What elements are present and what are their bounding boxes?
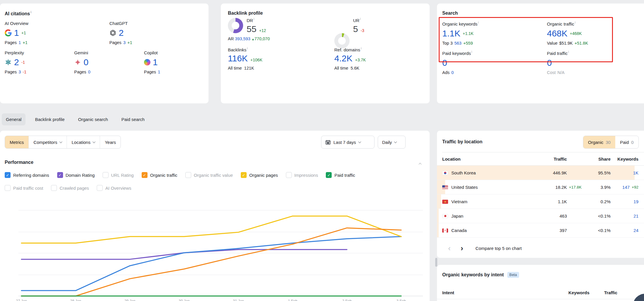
checkbox-url-rating[interactable]: URL Rating [103,172,134,178]
tab-paid-search[interactable]: Paid search [117,113,149,125]
checkbox-referring-domains[interactable]: ✓Referring domains [5,172,49,178]
keywords-cell: 147+92 [622,180,638,194]
granularity-button[interactable]: Daily [378,136,406,149]
checkbox-organic-traffic-value[interactable]: Organic traffic value [185,172,233,178]
tab-backlink-profile[interactable]: Backlink profile [31,113,69,125]
pages-label: Pages [109,40,121,45]
locations-filter-button[interactable]: Locations [67,136,100,148]
tab-organic-search[interactable]: Organic search [74,113,112,125]
pages-value[interactable]: 3 [123,40,126,45]
engine-change: -1 [21,60,25,65]
info-icon: i [361,47,361,50]
ref-domains-value[interactable]: 4.2K [334,54,352,63]
pages-value[interactable]: 1 [158,70,160,74]
checkbox-paid-traffic[interactable]: ✓Paid traffic [326,172,355,178]
engine-label: Perplexity [5,50,69,55]
toggle-organic[interactable]: Organic30 [583,136,615,148]
checked-checkbox-icon[interactable]: ✓ [5,172,11,178]
info-icon: i [254,17,254,21]
compare-top5-link[interactable]: Compare top 5 on chart [475,246,522,251]
engine-value: 2 [119,28,124,37]
x-axis-label: 2 Feb [342,299,352,301]
checked-checkbox-icon[interactable]: ✓ [57,172,63,178]
unchecked-checkbox-icon[interactable] [286,172,292,178]
checkbox-organic-traffic[interactable]: ✓Organic traffic [142,172,177,178]
ar-value[interactable]: 393,593 [235,36,250,41]
column-location[interactable]: Location [442,152,461,165]
pages-value[interactable]: 0 [88,70,90,74]
pages-label: Pages [5,40,17,45]
checkbox-label: Organic traffic [150,173,177,178]
column-intent[interactable]: Intent [442,286,454,299]
location-row-canada[interactable]: ✦Canada397<0.1%24 [437,223,644,238]
share-value: 3.9% [601,180,611,194]
location-row-united-states[interactable]: United States18.2K+17.8K3.9%147+92 [437,180,644,194]
keywords-link[interactable]: 21 [633,213,638,218]
location-name[interactable]: ✦Canada [442,223,467,238]
flag-canada-icon: ✦ [442,228,448,233]
years-filter-button[interactable]: Years [100,136,121,148]
traffic-value: 463 [560,209,567,223]
scrollbar-thumb[interactable] [435,258,437,267]
engine-label: Copilot [144,50,197,55]
location-row-south-korea[interactable]: South Korea446.9K95.5%1K [437,166,644,180]
location-name[interactable]: Japan [442,209,463,223]
location-row-vietnam[interactable]: ★Vietnam1.1K0.2%19 [437,194,644,209]
checkbox-impressions[interactable]: Impressions [286,172,318,178]
toggle-paid[interactable]: Paid0 [615,136,638,148]
column-traffic[interactable]: Traffic [604,286,617,299]
unchecked-checkbox-icon[interactable] [185,172,191,178]
pages-value[interactable]: 1 [18,40,21,45]
cost-label: Cost [547,70,556,75]
location-name[interactable]: South Korea [442,166,476,180]
collapse-chevron-button[interactable] [416,161,421,166]
performance-line-chart[interactable]: 27 Jan28 Jan29 Jan30 Jan31 Jan1 Feb2 Feb… [0,185,430,301]
gemini-tile: Gemini 0 Pages0 [74,50,133,74]
engine-label: ChatGPT [109,21,197,26]
checkbox-label: Impressions [294,173,318,178]
share-value: <0.1% [598,223,611,238]
checkbox-label: Referring domains [13,173,49,178]
page-next-button[interactable]: › [461,244,463,252]
backlink-profile-card: Backlink profile DRi 55 +12 AR 393,593 ▲… [221,4,430,103]
column-keywords[interactable]: Keywords [617,152,638,165]
column-traffic[interactable]: Traffic [554,152,567,165]
ads-value[interactable]: 0 [451,70,454,75]
backlinks-value[interactable]: 116K [228,54,248,63]
flag-south-korea-icon [442,171,448,175]
organic-paid-toggle: Organic30 Paid0 [583,136,639,149]
checked-checkbox-icon[interactable]: ✓ [142,172,148,178]
column-share[interactable]: Share [598,152,611,165]
metrics-filter-button[interactable]: Metrics [5,136,29,148]
x-axis-label: 3 Feb [396,299,406,301]
date-range-button[interactable]: Last 7 days [321,136,374,149]
location-name[interactable]: ★Vietnam [442,194,467,209]
page-prev-button[interactable]: ‹ [448,244,451,252]
performance-card: Metrics Competitors Locations Years Last… [0,131,430,301]
location-row-japan[interactable]: Japan463<0.1%21 [437,209,644,223]
keywords-cell: 19 [633,194,638,209]
keywords-link[interactable]: 1K [633,170,638,175]
filter-segmented-control: Metrics Competitors Locations Years [5,136,121,149]
series-domain-rating [21,250,347,259]
chatgpt-icon [109,29,116,36]
keywords-link[interactable]: 24 [633,228,638,233]
keywords-link[interactable]: 19 [633,199,638,204]
column-keywords[interactable]: Keywords [568,286,589,299]
checkbox-label: Organic traffic value [194,173,233,178]
traffic-by-location-title: Traffic by location [442,139,482,144]
x-axis-label: 30 Jan [179,299,190,301]
checkbox-organic-pages[interactable]: ✓Organic pages [241,172,278,178]
pages-value[interactable]: 3 [18,70,21,74]
unchecked-checkbox-icon[interactable] [103,172,109,178]
checkbox-domain-rating[interactable]: ✓Domain Rating [57,172,95,178]
series-referring-domains [21,237,401,291]
competitors-filter-button[interactable]: Competitors [29,136,67,148]
keywords-link[interactable]: 147 [622,185,630,190]
checked-checkbox-icon[interactable]: ✓ [326,172,332,178]
location-name[interactable]: United States [442,180,478,194]
tab-general[interactable]: General [2,113,26,125]
keywords-cell: 24 [633,223,638,238]
keywords-cell: 1K [633,166,638,180]
checked-checkbox-icon[interactable]: ✓ [241,172,247,178]
